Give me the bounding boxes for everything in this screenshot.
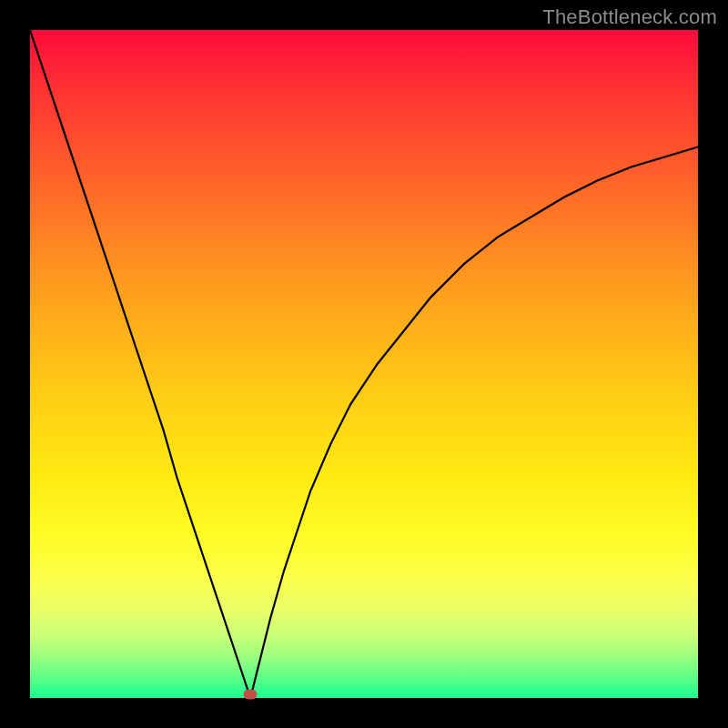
curve-left-branch xyxy=(30,30,250,698)
watermark-text: TheBottleneck.com xyxy=(542,5,717,29)
minimum-marker xyxy=(244,690,258,700)
plot-area xyxy=(30,30,698,698)
chart-frame: TheBottleneck.com xyxy=(0,0,728,728)
curve-right-branch xyxy=(250,147,698,698)
curve-svg xyxy=(30,30,698,698)
